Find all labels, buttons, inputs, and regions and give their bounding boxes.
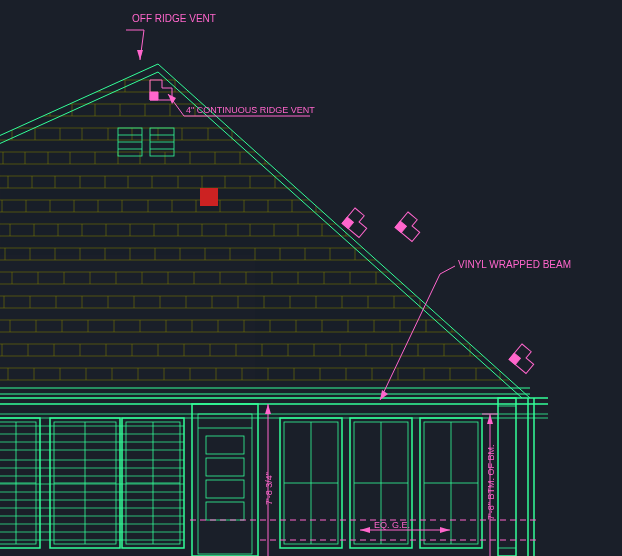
svg-line-288 xyxy=(380,274,440,400)
svg-line-223 xyxy=(0,72,158,148)
roof-red-marker xyxy=(200,188,218,206)
window-right-1 xyxy=(280,418,342,548)
window-left xyxy=(50,418,120,548)
window-far-left xyxy=(0,418,40,548)
detail-marker-ridge xyxy=(150,80,172,100)
entry-door xyxy=(192,404,258,556)
window-left-2 xyxy=(122,418,184,548)
svg-rect-263 xyxy=(206,480,244,498)
svg-marker-299 xyxy=(360,527,370,533)
svg-marker-284 xyxy=(137,50,143,60)
svg-rect-262 xyxy=(206,458,244,476)
label-vinyl-beam: VINYL WRAPPED BEAM xyxy=(458,259,571,270)
elevation-wall xyxy=(0,398,548,556)
callout-vinyl-beam: VINYL WRAPPED BEAM xyxy=(380,259,571,400)
porch-column xyxy=(498,398,516,556)
svg-marker-292 xyxy=(265,404,271,414)
roof-shingle-hatch xyxy=(0,80,620,380)
svg-rect-264 xyxy=(206,502,244,520)
callout-off-ridge-vent: OFF RIDGE VENT xyxy=(126,13,216,60)
window-right-3 xyxy=(420,418,482,548)
svg-rect-261 xyxy=(206,436,244,454)
dimension-door-height: 7'-8 3/4" xyxy=(264,404,274,556)
callout-cont-ridge-vent: 4" CONTINUOUS RIDGE VENT xyxy=(168,94,315,116)
dimension-beam-height: 7'-8" BTM. OF BM. xyxy=(482,414,498,556)
dimension-bottom: EQ. G.E. xyxy=(190,520,540,540)
label-eq-note: EQ. G.E. xyxy=(374,520,410,530)
svg-marker-300 xyxy=(440,527,450,533)
label-door-height: 7'-8 3/4" xyxy=(264,472,274,505)
label-off-ridge-vent: OFF RIDGE VENT xyxy=(132,13,216,24)
svg-line-289 xyxy=(440,266,455,274)
detail-marker-mid-2 xyxy=(395,212,425,241)
svg-line-221 xyxy=(0,64,158,140)
svg-rect-277 xyxy=(498,398,516,556)
detail-marker-eave xyxy=(509,344,539,373)
cad-drawing-canvas[interactable]: OFF RIDGE VENT 4" CONTINUOUS RIDGE VENT … xyxy=(0,0,622,556)
svg-marker-294 xyxy=(487,414,493,424)
label-beam-height: 7'-8" BTM. OF BM. xyxy=(486,445,496,520)
label-cont-ridge-vent: 4" CONTINUOUS RIDGE VENT xyxy=(186,105,315,115)
